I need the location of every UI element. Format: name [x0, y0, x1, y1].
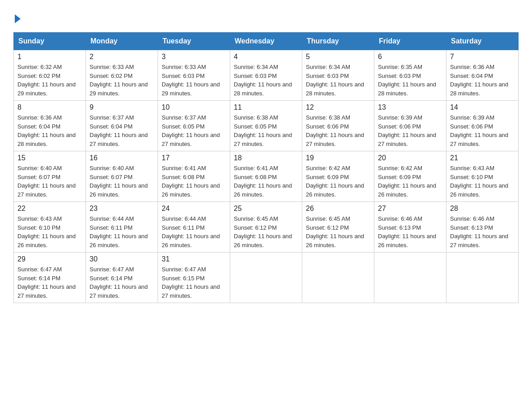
- day-info: Sunrise: 6:34 AM Sunset: 6:03 PM Dayligh…: [234, 63, 298, 98]
- logo: [13, 13, 21, 23]
- day-cell: 16 Sunrise: 6:40 AM Sunset: 6:07 PM Dayl…: [86, 151, 158, 202]
- day-number: 9: [90, 103, 154, 111]
- day-number: 31: [162, 255, 226, 263]
- day-cell: 8 Sunrise: 6:36 AM Sunset: 6:04 PM Dayli…: [14, 101, 86, 151]
- day-number: 16: [90, 154, 154, 162]
- day-cell: 15 Sunrise: 6:40 AM Sunset: 6:07 PM Dayl…: [14, 151, 86, 202]
- day-number: 12: [306, 103, 370, 111]
- day-info: Sunrise: 6:47 AM Sunset: 6:14 PM Dayligh…: [90, 265, 154, 300]
- day-number: 8: [17, 103, 82, 111]
- day-info: Sunrise: 6:44 AM Sunset: 6:11 PM Dayligh…: [90, 214, 154, 249]
- day-cell: [446, 253, 519, 303]
- day-cell: 4 Sunrise: 6:34 AM Sunset: 6:03 PM Dayli…: [230, 50, 302, 101]
- day-number: 23: [90, 205, 154, 213]
- day-info: Sunrise: 6:45 AM Sunset: 6:12 PM Dayligh…: [306, 214, 370, 249]
- day-info: Sunrise: 6:41 AM Sunset: 6:08 PM Dayligh…: [234, 164, 298, 199]
- day-cell: 19 Sunrise: 6:42 AM Sunset: 6:09 PM Dayl…: [302, 151, 374, 202]
- day-cell: 25 Sunrise: 6:45 AM Sunset: 6:12 PM Dayl…: [230, 202, 302, 253]
- day-cell: 10 Sunrise: 6:37 AM Sunset: 6:05 PM Dayl…: [158, 101, 230, 151]
- day-info: Sunrise: 6:39 AM Sunset: 6:06 PM Dayligh…: [378, 113, 442, 148]
- day-info: Sunrise: 6:32 AM Sunset: 6:02 PM Dayligh…: [17, 63, 82, 98]
- day-cell: 20 Sunrise: 6:42 AM Sunset: 6:09 PM Dayl…: [374, 151, 446, 202]
- day-cell: 27 Sunrise: 6:46 AM Sunset: 6:13 PM Dayl…: [374, 202, 446, 253]
- day-cell: 12 Sunrise: 6:38 AM Sunset: 6:06 PM Dayl…: [302, 101, 374, 151]
- day-cell: 5 Sunrise: 6:34 AM Sunset: 6:03 PM Dayli…: [302, 50, 374, 101]
- week-row-3: 15 Sunrise: 6:40 AM Sunset: 6:07 PM Dayl…: [14, 151, 519, 202]
- day-cell: 6 Sunrise: 6:35 AM Sunset: 6:03 PM Dayli…: [374, 50, 446, 101]
- day-cell: 2 Sunrise: 6:33 AM Sunset: 6:02 PM Dayli…: [86, 50, 158, 101]
- header-cell-saturday: Saturday: [446, 33, 519, 50]
- day-number: 20: [378, 154, 442, 162]
- logo-triangle-icon: [15, 14, 21, 23]
- day-info: Sunrise: 6:41 AM Sunset: 6:08 PM Dayligh…: [162, 164, 226, 199]
- day-number: 14: [450, 103, 515, 111]
- day-info: Sunrise: 6:46 AM Sunset: 6:13 PM Dayligh…: [450, 214, 515, 249]
- day-info: Sunrise: 6:40 AM Sunset: 6:07 PM Dayligh…: [17, 164, 82, 199]
- day-cell: 13 Sunrise: 6:39 AM Sunset: 6:06 PM Dayl…: [374, 101, 446, 151]
- day-number: 17: [162, 154, 226, 162]
- day-info: Sunrise: 6:43 AM Sunset: 6:10 PM Dayligh…: [17, 214, 82, 249]
- day-info: Sunrise: 6:34 AM Sunset: 6:03 PM Dayligh…: [306, 63, 370, 98]
- day-cell: [374, 253, 446, 303]
- day-cell: 11 Sunrise: 6:38 AM Sunset: 6:05 PM Dayl…: [230, 101, 302, 151]
- day-cell: 18 Sunrise: 6:41 AM Sunset: 6:08 PM Dayl…: [230, 151, 302, 202]
- day-cell: 1 Sunrise: 6:32 AM Sunset: 6:02 PM Dayli…: [14, 50, 86, 101]
- day-info: Sunrise: 6:47 AM Sunset: 6:15 PM Dayligh…: [162, 265, 226, 300]
- week-row-2: 8 Sunrise: 6:36 AM Sunset: 6:04 PM Dayli…: [14, 101, 519, 151]
- day-cell: [230, 253, 302, 303]
- day-info: Sunrise: 6:46 AM Sunset: 6:13 PM Dayligh…: [378, 214, 442, 249]
- header-cell-wednesday: Wednesday: [230, 33, 302, 50]
- week-row-4: 22 Sunrise: 6:43 AM Sunset: 6:10 PM Dayl…: [14, 202, 519, 253]
- day-number: 2: [90, 53, 154, 61]
- day-number: 1: [17, 53, 82, 61]
- day-number: 10: [162, 103, 226, 111]
- day-cell: [302, 253, 374, 303]
- day-info: Sunrise: 6:42 AM Sunset: 6:09 PM Dayligh…: [306, 164, 370, 199]
- day-cell: 24 Sunrise: 6:44 AM Sunset: 6:11 PM Dayl…: [158, 202, 230, 253]
- day-info: Sunrise: 6:33 AM Sunset: 6:03 PM Dayligh…: [162, 63, 226, 98]
- day-cell: 26 Sunrise: 6:45 AM Sunset: 6:12 PM Dayl…: [302, 202, 374, 253]
- day-number: 22: [17, 205, 82, 213]
- day-info: Sunrise: 6:40 AM Sunset: 6:07 PM Dayligh…: [90, 164, 154, 199]
- day-cell: 30 Sunrise: 6:47 AM Sunset: 6:14 PM Dayl…: [86, 253, 158, 303]
- day-cell: 3 Sunrise: 6:33 AM Sunset: 6:03 PM Dayli…: [158, 50, 230, 101]
- day-number: 25: [234, 205, 298, 213]
- day-cell: 7 Sunrise: 6:36 AM Sunset: 6:04 PM Dayli…: [446, 50, 519, 101]
- day-number: 18: [234, 154, 298, 162]
- header-cell-thursday: Thursday: [302, 33, 374, 50]
- day-info: Sunrise: 6:33 AM Sunset: 6:02 PM Dayligh…: [90, 63, 154, 98]
- day-info: Sunrise: 6:44 AM Sunset: 6:11 PM Dayligh…: [162, 214, 226, 249]
- day-number: 30: [90, 255, 154, 263]
- day-cell: 31 Sunrise: 6:47 AM Sunset: 6:15 PM Dayl…: [158, 253, 230, 303]
- day-info: Sunrise: 6:37 AM Sunset: 6:04 PM Dayligh…: [90, 113, 154, 148]
- day-number: 21: [450, 154, 515, 162]
- calendar-table: SundayMondayTuesdayWednesdayThursdayFrid…: [13, 32, 519, 303]
- day-number: 11: [234, 103, 298, 111]
- day-number: 19: [306, 154, 370, 162]
- day-cell: 23 Sunrise: 6:44 AM Sunset: 6:11 PM Dayl…: [86, 202, 158, 253]
- header-cell-monday: Monday: [86, 33, 158, 50]
- day-info: Sunrise: 6:39 AM Sunset: 6:06 PM Dayligh…: [450, 113, 515, 148]
- page-header: [13, 9, 519, 23]
- header-cell-friday: Friday: [374, 33, 446, 50]
- day-info: Sunrise: 6:35 AM Sunset: 6:03 PM Dayligh…: [378, 63, 442, 98]
- day-info: Sunrise: 6:47 AM Sunset: 6:14 PM Dayligh…: [17, 265, 82, 300]
- day-info: Sunrise: 6:45 AM Sunset: 6:12 PM Dayligh…: [234, 214, 298, 249]
- calendar-body: 1 Sunrise: 6:32 AM Sunset: 6:02 PM Dayli…: [14, 50, 519, 303]
- day-number: 6: [378, 53, 442, 61]
- day-cell: 17 Sunrise: 6:41 AM Sunset: 6:08 PM Dayl…: [158, 151, 230, 202]
- week-row-1: 1 Sunrise: 6:32 AM Sunset: 6:02 PM Dayli…: [14, 50, 519, 101]
- header-cell-sunday: Sunday: [14, 33, 86, 50]
- day-number: 13: [378, 103, 442, 111]
- day-number: 3: [162, 53, 226, 61]
- day-info: Sunrise: 6:37 AM Sunset: 6:05 PM Dayligh…: [162, 113, 226, 148]
- day-info: Sunrise: 6:43 AM Sunset: 6:10 PM Dayligh…: [450, 164, 515, 199]
- day-number: 29: [17, 255, 82, 263]
- day-number: 26: [306, 205, 370, 213]
- day-number: 7: [450, 53, 515, 61]
- day-info: Sunrise: 6:42 AM Sunset: 6:09 PM Dayligh…: [378, 164, 442, 199]
- day-cell: 14 Sunrise: 6:39 AM Sunset: 6:06 PM Dayl…: [446, 101, 519, 151]
- day-info: Sunrise: 6:38 AM Sunset: 6:05 PM Dayligh…: [234, 113, 298, 148]
- day-cell: 21 Sunrise: 6:43 AM Sunset: 6:10 PM Dayl…: [446, 151, 519, 202]
- week-row-5: 29 Sunrise: 6:47 AM Sunset: 6:14 PM Dayl…: [14, 253, 519, 303]
